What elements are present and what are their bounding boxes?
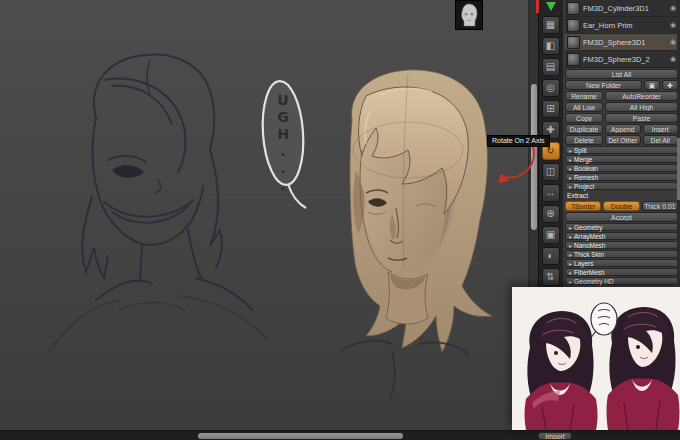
- polyframe-icon-glyph: ▤: [546, 61, 555, 72]
- section-boolean[interactable]: ▸Boolean: [565, 164, 678, 172]
- render-icon[interactable]: ▦: [542, 16, 560, 34]
- floor-grid-icon[interactable]: ⊞: [542, 100, 560, 118]
- section-label: Boolean: [574, 165, 598, 172]
- section-label: Project: [574, 183, 594, 190]
- del-other-button[interactable]: Del Other: [605, 135, 641, 145]
- section-label: Remesh: [574, 174, 598, 181]
- insert-button[interactable]: Insert: [643, 124, 679, 134]
- rotate-gizmo-arc: [497, 143, 539, 185]
- zoom-icon[interactable]: ⊕: [542, 205, 560, 223]
- section-nanomesh[interactable]: ▸NanoMesh: [565, 241, 678, 249]
- sculpt-head-model[interactable]: [342, 70, 492, 398]
- shade-mode-icon-glyph: ◧: [546, 40, 555, 51]
- subtool-name: Ear_Horn Prim: [583, 21, 667, 30]
- subtool-row-selected[interactable]: FM3D_Sphere3D1 ◉: [565, 34, 678, 51]
- pan-icon[interactable]: ↔: [542, 184, 560, 202]
- subtool-row[interactable]: FM3D_Sphere3D_2 ◉: [565, 51, 678, 68]
- floor-grid-icon-glyph: ⊞: [546, 103, 554, 114]
- chevron-right-icon: ▸: [569, 156, 572, 163]
- subtool-thumbnail: [567, 53, 580, 66]
- subtool-row[interactable]: Ear_Horn Prim ◉: [565, 17, 678, 34]
- sculpt-viewport[interactable]: UGH...: [0, 0, 528, 430]
- accept-button[interactable]: Accept: [565, 212, 678, 222]
- section-geometry[interactable]: ▸Geometry: [565, 223, 678, 231]
- sketch-drawing: [48, 54, 268, 352]
- section-label: Thick Skin: [574, 251, 604, 258]
- material-icon[interactable]: ◐: [542, 247, 560, 265]
- section-label: NanoMesh: [574, 242, 605, 249]
- extract-label: Extract: [565, 191, 678, 200]
- section-fibermesh[interactable]: ▸FiberMesh: [565, 268, 678, 276]
- double-button[interactable]: Double: [603, 201, 639, 211]
- green-arrow-marker[interactable]: [546, 2, 556, 11]
- persp-icon-glyph: ◎: [546, 82, 555, 93]
- thick-slider[interactable]: Thick 0.01: [642, 201, 678, 211]
- subtool-thumbnail: [567, 19, 580, 32]
- subtool-name: FM3D_Sphere3D_2: [583, 55, 667, 64]
- append-button[interactable]: Append: [605, 124, 641, 134]
- folder-add-icon[interactable]: ✚: [662, 80, 678, 90]
- import-button[interactable]: Import: [538, 432, 572, 440]
- section-arraymesh[interactable]: ▸ArrayMesh: [565, 232, 678, 240]
- chevron-right-icon: ▸: [569, 251, 572, 258]
- frame-icon-glyph: ▣: [546, 229, 555, 240]
- del-all-button[interactable]: Del All: [643, 135, 679, 145]
- polyframe-icon[interactable]: ▤: [542, 58, 560, 76]
- scroll-icon-glyph: ⇅: [546, 271, 554, 282]
- scroll-icon[interactable]: ⇅: [542, 268, 560, 286]
- all-high-button[interactable]: All High: [605, 102, 678, 112]
- section-label: Layers: [574, 260, 594, 267]
- hscroll-thumb[interactable]: [198, 433, 403, 439]
- material-preview[interactable]: [455, 0, 483, 30]
- persp-icon[interactable]: ◎: [542, 79, 560, 97]
- section-thickskin[interactable]: ▸Thick Skin: [565, 250, 678, 258]
- section-label: FiberMesh: [574, 269, 605, 276]
- list-all-button[interactable]: List All: [565, 69, 678, 79]
- section-project[interactable]: ▸Project: [565, 182, 678, 190]
- all-low-button[interactable]: All Low: [565, 102, 603, 112]
- document-hscrollbar[interactable]: Import: [0, 430, 680, 440]
- visibility-eye-icon[interactable]: ◉: [670, 38, 676, 46]
- section-label: Geometry HD: [574, 278, 614, 285]
- visibility-eye-icon[interactable]: ◉: [670, 21, 676, 29]
- shade-mode-icon[interactable]: ◧: [542, 37, 560, 55]
- visibility-eye-icon[interactable]: ◉: [670, 4, 676, 12]
- zoom-icon-glyph: ⊕: [546, 208, 554, 219]
- tborder-button[interactable]: TBorder: [565, 201, 601, 211]
- lsym-icon[interactable]: ◫: [542, 163, 560, 181]
- chevron-right-icon: ▸: [569, 147, 572, 154]
- section-layers[interactable]: ▸Layers: [565, 259, 678, 267]
- material-icon-glyph: ◐: [547, 250, 553, 261]
- chevron-right-icon: ▸: [569, 242, 572, 249]
- zbrush-window: { "app": { "name": "ZBrush" }, "canvas":…: [0, 0, 680, 440]
- canvas-artwork: UGH...: [0, 0, 528, 430]
- speech-bubble: UGH...: [259, 80, 306, 208]
- folder-up-icon[interactable]: ▣: [644, 80, 660, 90]
- reference-image-inset[interactable]: [512, 287, 680, 430]
- chevron-right-icon: ▸: [569, 224, 572, 231]
- section-label: Geometry: [574, 224, 603, 231]
- section-split[interactable]: ▸Split: [565, 146, 678, 154]
- section-merge[interactable]: ▸Merge: [565, 155, 678, 163]
- duplicate-button[interactable]: Duplicate: [565, 124, 603, 134]
- section-geometryhd[interactable]: ▸Geometry HD: [565, 277, 678, 285]
- speech-bubble-text: UGH...: [275, 92, 291, 194]
- tooltip: Rotate On 2 Axis: [487, 135, 550, 147]
- delete-button[interactable]: Delete: [565, 135, 603, 145]
- inset-illustration: [512, 287, 680, 430]
- material-head-icon: [456, 1, 482, 29]
- chevron-right-icon: ▸: [569, 260, 572, 267]
- chevron-right-icon: ▸: [569, 278, 572, 285]
- copy-button[interactable]: Copy: [565, 113, 603, 123]
- paste-button[interactable]: Paste: [605, 113, 678, 123]
- section-remesh[interactable]: ▸Remesh: [565, 173, 678, 181]
- autoreorder-button[interactable]: AutoReorder: [605, 91, 678, 101]
- render-icon-glyph: ▦: [546, 19, 555, 30]
- move-tool-icon-glyph: ✚: [546, 124, 554, 135]
- visibility-eye-icon[interactable]: ◉: [670, 55, 676, 63]
- rename-button[interactable]: Rename: [565, 91, 603, 101]
- subtool-row[interactable]: FM3D_Cylinder3D1 ◉: [565, 0, 678, 17]
- frame-icon[interactable]: ▣: [542, 226, 560, 244]
- inset-character-left: [525, 311, 598, 430]
- new-folder-button[interactable]: New Folder: [565, 80, 642, 90]
